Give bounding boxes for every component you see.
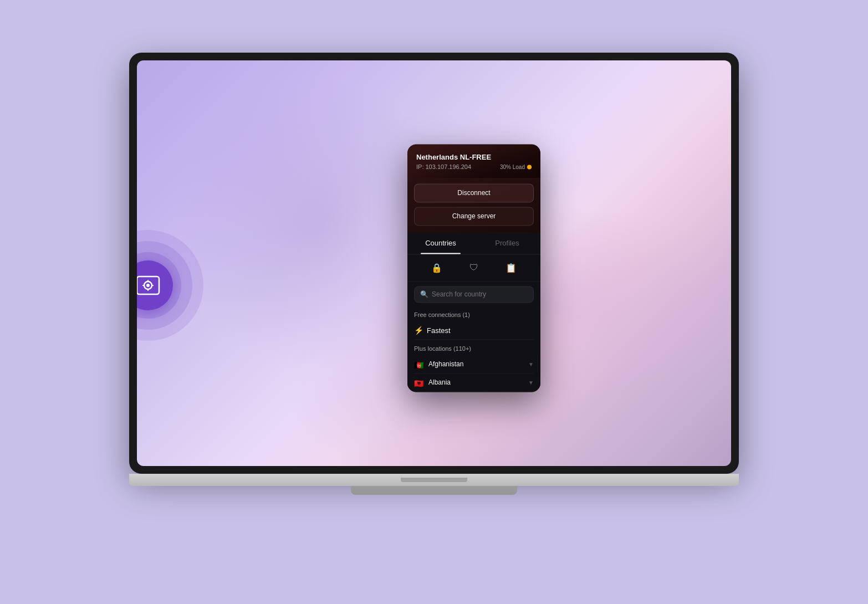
country-row-albania[interactable]: 🇦🇱 Albania ▼ bbox=[414, 373, 534, 392]
shield-icon: 🛡 bbox=[469, 263, 478, 273]
country-left: 🇦🇫 Afghanistan bbox=[414, 360, 463, 368]
svg-point-2 bbox=[146, 284, 150, 287]
search-container: 🔍 bbox=[407, 281, 540, 307]
ip-row: IP: 103.107.196.204 30% Load bbox=[416, 163, 532, 170]
laptop-base bbox=[129, 474, 739, 486]
chevron-down-icon-2: ▼ bbox=[528, 380, 534, 386]
laptop-notch bbox=[401, 478, 467, 482]
fastest-label: Fastest bbox=[427, 326, 451, 335]
extension-icon-container bbox=[137, 230, 203, 341]
screen-inner: Netherlands NL-FREE IP: 103.107.196.204 … bbox=[137, 60, 731, 466]
country-name-afghanistan: Afghanistan bbox=[428, 360, 463, 368]
fastest-row[interactable]: ⚡ Fastest bbox=[414, 321, 534, 340]
plus-locations-label: Plus locations (110+) bbox=[414, 340, 534, 355]
search-input[interactable] bbox=[432, 290, 528, 298]
country-left: 🇦🇱 Albania bbox=[414, 378, 451, 386]
lock-icon: 🔒 bbox=[431, 263, 442, 273]
vpn-header: Netherlands NL-FREE IP: 103.107.196.204 … bbox=[407, 144, 540, 178]
countries-content: Free connections (1) ⚡ Fastest Plus loca… bbox=[407, 307, 540, 392]
load-indicator: 30% Load bbox=[500, 164, 532, 170]
tab-profiles[interactable]: Profiles bbox=[474, 232, 540, 254]
flag-albania: 🇦🇱 bbox=[414, 379, 424, 386]
laptop-screen: Netherlands NL-FREE IP: 103.107.196.204 … bbox=[129, 53, 739, 474]
ip-address: IP: 103.107.196.204 bbox=[416, 163, 471, 170]
flag-afghanistan: 🇦🇫 bbox=[414, 361, 424, 367]
country-name-albania: Albania bbox=[428, 378, 451, 386]
vpn-panel: Netherlands NL-FREE IP: 103.107.196.204 … bbox=[407, 144, 540, 392]
change-server-button[interactable]: Change server bbox=[414, 207, 534, 226]
vpn-action-buttons: Disconnect Change server bbox=[407, 178, 540, 232]
clipboard-icon: 📋 bbox=[506, 263, 517, 273]
filter-row: 🔒 🛡 📋 bbox=[407, 254, 540, 281]
laptop-container: Netherlands NL-FREE IP: 103.107.196.204 … bbox=[101, 53, 767, 551]
search-icon: 🔍 bbox=[420, 290, 428, 298]
country-row-afghanistan[interactable]: 🇦🇫 Afghanistan ▼ bbox=[414, 355, 534, 373]
vpn-tabs: Countries Profiles bbox=[407, 232, 540, 254]
bolt-icon: ⚡ bbox=[414, 326, 423, 335]
disconnect-button[interactable]: Disconnect bbox=[414, 183, 534, 202]
filter-shield-button[interactable]: 🛡 bbox=[464, 260, 484, 275]
server-name: Netherlands NL-FREE bbox=[416, 153, 532, 161]
laptop-stand bbox=[351, 486, 517, 495]
free-connections-label: Free connections (1) bbox=[414, 307, 534, 321]
tab-countries[interactable]: Countries bbox=[407, 232, 474, 254]
load-dot bbox=[527, 165, 532, 169]
chevron-down-icon: ▼ bbox=[528, 361, 534, 367]
filter-clipboard-button[interactable]: 📋 bbox=[501, 260, 521, 275]
load-text: 30% Load bbox=[500, 164, 525, 170]
search-bar: 🔍 bbox=[414, 286, 534, 303]
filter-lock-button[interactable]: 🔒 bbox=[427, 260, 447, 275]
